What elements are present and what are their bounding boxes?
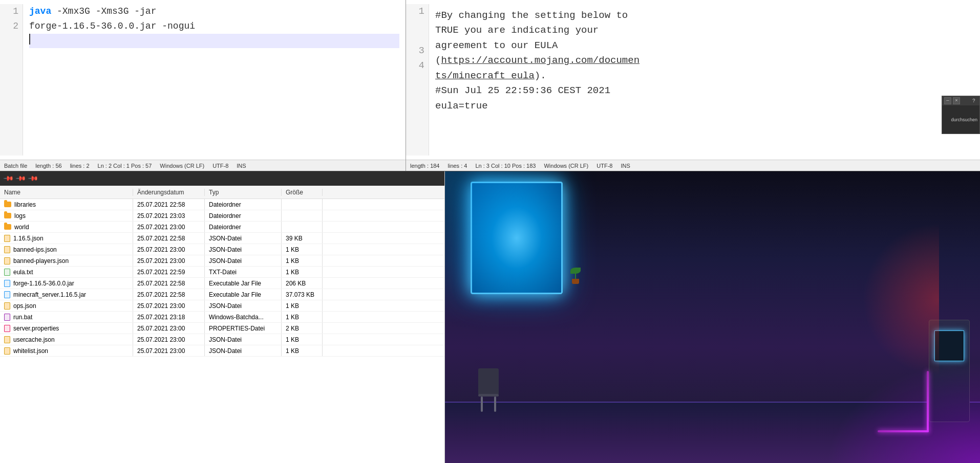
overlay-window: ─ × ? durchsuchen	[942, 96, 980, 134]
fm-header-date[interactable]: Änderungsdatum	[133, 189, 205, 196]
overlay-search-text: durchsuchen	[951, 117, 977, 122]
left-code-content[interactable]: java -Xmx3G -Xms3G -jar forge-1.16.5-36.…	[23, 4, 406, 156]
code-text-1b: forge-1.16.5-36.0.0.jar -nogui	[29, 19, 195, 34]
file-icon	[4, 269, 10, 276]
right-code-area: 1 3 4 #By changing the setting below to …	[406, 0, 980, 160]
overlay-minimize-btn[interactable]: ─	[944, 97, 951, 104]
file-size: 2 KB	[282, 323, 323, 334]
table-row[interactable]: run.bat25.07.2021 23:18Windows-Batchda..…	[0, 312, 444, 323]
file-date: 25.07.2021 23:00	[133, 222, 205, 232]
overlay-buttons: ─ ×	[944, 97, 960, 104]
table-row[interactable]: logs25.07.2021 23:03Dateiordner	[0, 210, 444, 222]
right-line-num-1: 1	[410, 4, 424, 19]
file-type: JSON-Datei	[205, 244, 282, 255]
folder-icon	[4, 202, 11, 207]
neon-window	[471, 182, 563, 294]
right-line-numbers: 1 3 4	[406, 4, 429, 156]
file-icon	[4, 314, 10, 321]
right-encoding: UTF-8	[596, 163, 612, 169]
file-date: 25.07.2021 23:00	[133, 244, 205, 255]
neon-vertical-rail	[927, 371, 929, 432]
table-row[interactable]: forge-1.16.5-36.0.0.jar25.07.2021 22:58E…	[0, 278, 444, 289]
chair-left	[476, 366, 501, 412]
pin-icon-3[interactable]: 📌	[27, 173, 39, 185]
left-file-type: Batch file	[4, 163, 27, 169]
table-row[interactable]: usercache.json25.07.2021 23:00JSON-Datei…	[0, 334, 444, 345]
file-name: run.bat	[13, 314, 32, 321]
file-name: banned-players.json	[13, 257, 69, 264]
pin-icon-2[interactable]: 📌	[15, 173, 27, 185]
table-row[interactable]: 1.16.5.json25.07.2021 22:58JSON-Datei39 …	[0, 233, 444, 244]
chair-leg-1	[481, 396, 483, 412]
cursor	[29, 34, 36, 45]
file-name: banned-ips.json	[13, 246, 57, 253]
file-type: Dateiordner	[205, 199, 282, 210]
table-row[interactable]: whitelist.json25.07.2021 23:00JSON-Datei…	[0, 345, 444, 357]
file-size: 1 KB	[282, 267, 323, 277]
fm-column-headers: Name Änderungsdatum Typ Größe	[0, 186, 444, 199]
file-date: 25.07.2021 23:00	[133, 300, 205, 311]
image-panel	[445, 171, 980, 463]
line-num-1: 1	[4, 4, 18, 19]
ambient-light-red	[862, 223, 939, 376]
right-mode: INS	[621, 163, 630, 169]
file-date: 25.07.2021 22:58	[133, 199, 205, 210]
file-icon	[4, 347, 10, 355]
right-position: Ln : 3 Col : 10 Pos : 183	[475, 163, 536, 169]
editor-left: 1 2 java -Xmx3G -Xms3G -jar forge-1.16.5…	[0, 0, 406, 171]
table-row[interactable]: banned-ips.json25.07.2021 23:00JSON-Date…	[0, 244, 444, 255]
file-name: logs	[14, 212, 26, 219]
file-size: 1 KB	[282, 255, 323, 266]
code-line-1b: forge-1.16.5-36.0.0.jar -nogui	[29, 19, 399, 34]
eula-line-1: #By changing the setting below to	[435, 8, 640, 23]
file-date: 25.07.2021 23:00	[133, 345, 205, 356]
overlay-help-btn[interactable]: ?	[970, 97, 977, 104]
table-row[interactable]: server.properties25.07.2021 23:00PROPERT…	[0, 323, 444, 334]
code-line-2[interactable]	[29, 34, 399, 49]
eula-line-2: TRUE you are indicating your	[435, 23, 640, 38]
file-icon	[4, 246, 10, 253]
table-row[interactable]: banned-players.json25.07.2021 23:00JSON-…	[0, 255, 444, 267]
editor-right: 1 3 4 #By changing the setting below to …	[406, 0, 980, 171]
table-row[interactable]: libraries25.07.2021 22:58Dateiordner	[0, 199, 444, 210]
fm-header-name[interactable]: Name	[0, 189, 133, 196]
table-row[interactable]: ops.json25.07.2021 23:00JSON-Datei1 KB	[0, 300, 444, 312]
file-type: Dateiordner	[205, 210, 282, 221]
left-line-ending: Windows (CR LF)	[160, 163, 204, 169]
right-status-bar: length : 184 lines : 4 Ln : 3 Col : 10 P…	[406, 160, 980, 171]
plant	[568, 263, 583, 284]
eula-line-3: agreement to our EULA	[435, 38, 640, 53]
file-type: JSON-Datei	[205, 233, 282, 244]
fm-header-size[interactable]: Größe	[282, 189, 323, 196]
file-size	[282, 210, 323, 221]
file-type: PROPERTIES-Datei	[205, 323, 282, 334]
folder-icon	[4, 224, 11, 230]
pin-icon-1[interactable]: 📌	[3, 173, 14, 185]
eula-link-1[interactable]: https://account.mojang.com/documen	[441, 55, 640, 66]
left-encoding: UTF-8	[212, 163, 228, 169]
file-icon	[4, 280, 10, 287]
file-name: ops.json	[13, 302, 36, 310]
file-date: 25.07.2021 23:03	[133, 210, 205, 221]
eula-line-4: (https://account.mojang.com/documen	[435, 53, 640, 68]
eula-line-5: ts/minecraft_eula).	[435, 69, 640, 83]
eula-link-2[interactable]: ts/minecraft_eula	[435, 70, 535, 81]
file-type: Executable Jar File	[205, 289, 282, 300]
file-type: TXT-Datei	[205, 267, 282, 277]
table-row[interactable]: minecraft_server.1.16.5.jar25.07.2021 22…	[0, 289, 444, 300]
editors-row: 1 2 java -Xmx3G -Xms3G -jar forge-1.16.5…	[0, 0, 980, 171]
left-length: length : 56	[35, 163, 61, 169]
fm-header-type[interactable]: Typ	[205, 189, 282, 196]
left-status-bar: Batch file length : 56 lines : 2 Ln : 2 …	[0, 160, 406, 171]
table-row[interactable]: eula.txt25.07.2021 22:59TXT-Datei1 KB	[0, 267, 444, 278]
file-date: 25.07.2021 22:58	[133, 289, 205, 300]
file-size: 1 KB	[282, 244, 323, 255]
table-row[interactable]: world25.07.2021 23:00Dateiordner	[0, 222, 444, 233]
left-position: Ln : 2 Col : 1 Pos : 57	[98, 163, 152, 169]
right-eula-content[interactable]: #By changing the setting below to TRUE y…	[429, 4, 646, 156]
file-size: 1 KB	[282, 345, 323, 356]
overlay-close-btn[interactable]: ×	[953, 97, 960, 104]
file-size: 37.073 KB	[282, 289, 323, 300]
file-icon	[4, 291, 10, 298]
file-name: usercache.json	[13, 336, 55, 343]
